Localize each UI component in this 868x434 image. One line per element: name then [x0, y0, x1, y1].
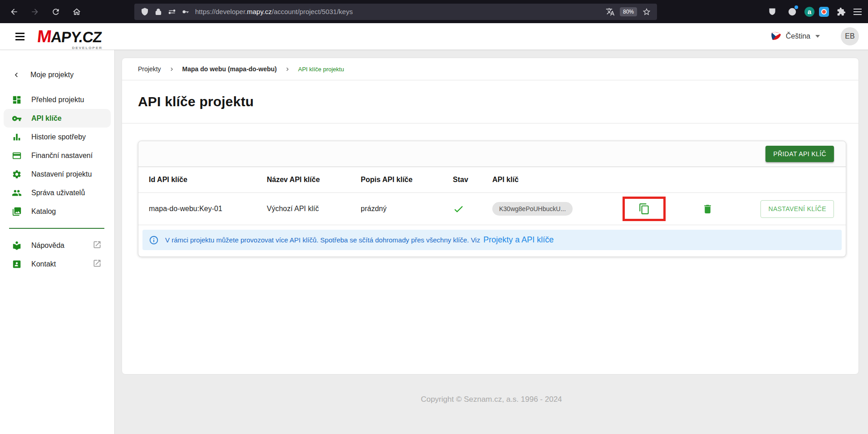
bookmark-star-icon[interactable]	[640, 4, 653, 20]
key-settings-button[interactable]: NASTAVENÍ KLÍČE	[760, 200, 834, 218]
column-header-key: API klíč	[492, 176, 606, 184]
translate-icon[interactable]	[603, 4, 617, 20]
pocket-icon[interactable]	[765, 4, 780, 20]
chevron-down-icon	[815, 35, 820, 38]
copyright-text: Copyright © Seznam.cz, a.s. 1996 - 2024	[115, 395, 868, 404]
dashboard-icon	[12, 95, 22, 105]
sidebar-divider	[9, 228, 104, 229]
chevron-right-icon	[284, 66, 291, 73]
collections-icon	[12, 207, 22, 217]
sidebar-item-sprava-uzivatelu[interactable]: Správa uživatelů	[0, 183, 114, 202]
reload-icon[interactable]	[48, 4, 64, 20]
back-icon[interactable]	[6, 4, 22, 20]
bar-chart-icon	[12, 132, 22, 142]
extensions-puzzle-icon[interactable]	[834, 4, 849, 20]
app-menu-icon[interactable]	[15, 33, 25, 40]
sidebar-item-napoveda[interactable]: Nápověda	[0, 236, 114, 255]
chevron-right-icon	[168, 66, 175, 73]
users-icon	[12, 188, 22, 198]
info-icon	[149, 235, 165, 245]
permissions-icon[interactable]	[165, 4, 179, 20]
add-api-key-button[interactable]: PŘIDAT API KLÍČ	[765, 146, 834, 162]
extension-o-icon[interactable]	[819, 7, 829, 17]
sidebar-item-katalog[interactable]: Katalog	[0, 202, 114, 221]
api-keys-card: PŘIDAT API KLÍČ Id API klíče Název API k…	[138, 141, 846, 257]
breadcrumb: Projekty Mapa do webu (mapa-do-webu) API…	[122, 58, 858, 80]
breadcrumb-projekty[interactable]: Projekty	[138, 65, 161, 73]
language-selector[interactable]: Čeština	[770, 31, 820, 42]
copy-key-highlight-box[interactable]	[623, 197, 666, 221]
contact-page-icon	[12, 259, 22, 269]
sidebar-item-prehled-projektu[interactable]: Přehled projektu	[0, 90, 114, 109]
shield-icon[interactable]	[138, 4, 152, 20]
sidebar-item-kontakt[interactable]: Kontakt	[0, 255, 114, 273]
browser-menu-icon[interactable]	[853, 9, 862, 15]
czech-flag-icon	[770, 31, 782, 42]
external-link-icon	[93, 240, 102, 251]
chevron-left-icon	[12, 70, 21, 79]
key-name-cell: Výchozí API klíč	[267, 205, 361, 213]
breadcrumb-current: API klíče projektu	[298, 66, 344, 73]
key-icon	[12, 113, 22, 123]
main-content: Projekty Mapa do webu (mapa-do-webu) API…	[115, 50, 868, 434]
url-bar[interactable]: https://developer.mapy.cz/account/projec…	[134, 4, 657, 20]
delete-key-button[interactable]	[702, 203, 713, 215]
copy-icon	[638, 203, 650, 215]
api-key-chip[interactable]: K30wg8ePoUHbuckU...	[492, 202, 573, 216]
gear-icon	[12, 169, 22, 179]
home-icon[interactable]	[69, 4, 84, 20]
column-header-status: Stav	[453, 176, 492, 184]
trash-icon	[702, 203, 713, 215]
url-text[interactable]: https://developer.mapy.cz/account/projec…	[195, 8, 603, 15]
sidebar-item-nastaveni-projektu[interactable]: Nastavení projektu	[0, 165, 114, 183]
credit-card-icon	[12, 151, 22, 161]
info-link-projekty-a-api-klice[interactable]: Projekty a API klíče	[483, 235, 554, 245]
account-icon[interactable]	[785, 4, 800, 20]
sidebar-item-historie-spotreby[interactable]: Historie spotřeby	[0, 128, 114, 146]
info-text: V rámci projektu můžete provozovat více …	[165, 236, 480, 244]
logo-developer-label: DEVELOPER	[72, 46, 103, 50]
extension-a-icon[interactable]: a	[804, 7, 814, 17]
card-toolbar: PŘIDAT API KLÍČ	[138, 141, 846, 167]
mapy-cz-logo[interactable]: MAPY.CZ DEVELOPER	[37, 28, 102, 45]
lock-icon[interactable]	[152, 4, 165, 20]
breadcrumb-project[interactable]: Mapa do webu (mapa-do-webu)	[182, 65, 277, 73]
column-header-name: Název API klíče	[267, 176, 361, 184]
app-header: MAPY.CZ DEVELOPER Čeština EB	[0, 23, 868, 50]
status-check-icon	[453, 203, 492, 215]
language-label: Čeština	[786, 32, 810, 40]
column-header-id: Id API klíče	[138, 176, 267, 184]
page-title: API klíče projektu	[138, 94, 254, 109]
sidebar: Moje projekty Přehled projektu API klíče…	[0, 50, 115, 434]
table-header-row: Id API klíče Název API klíče Popis API k…	[138, 167, 846, 193]
avatar[interactable]: EB	[841, 27, 859, 45]
saved-login-key-icon[interactable]	[179, 4, 192, 20]
notification-dot	[794, 5, 798, 9]
content-panel: Projekty Mapa do webu (mapa-do-webu) API…	[122, 58, 859, 375]
sidebar-item-api-klice[interactable]: API klíče	[4, 109, 111, 128]
external-link-icon	[93, 259, 102, 270]
table-row: mapa-do-webu:Key-01 Výchozí API klíč prá…	[138, 193, 846, 225]
sidebar-back-my-projects[interactable]: Moje projekty	[0, 65, 114, 84]
column-header-description: Popis API klíče	[361, 176, 453, 184]
sidebar-back-label: Moje projekty	[30, 71, 74, 79]
browser-toolbar: https://developer.mapy.cz/account/projec…	[0, 0, 868, 23]
forward-icon[interactable]	[27, 4, 43, 20]
key-description-cell: prázdný	[361, 205, 453, 213]
key-id-cell: mapa-do-webu:Key-01	[138, 205, 267, 213]
sidebar-item-financni-nastaveni[interactable]: Finanční nastavení	[0, 146, 114, 165]
zoom-level-badge[interactable]: 80%	[620, 7, 637, 16]
help-library-icon	[12, 241, 22, 251]
info-bar: V rámci projektu můžete provozovat více …	[142, 230, 842, 250]
